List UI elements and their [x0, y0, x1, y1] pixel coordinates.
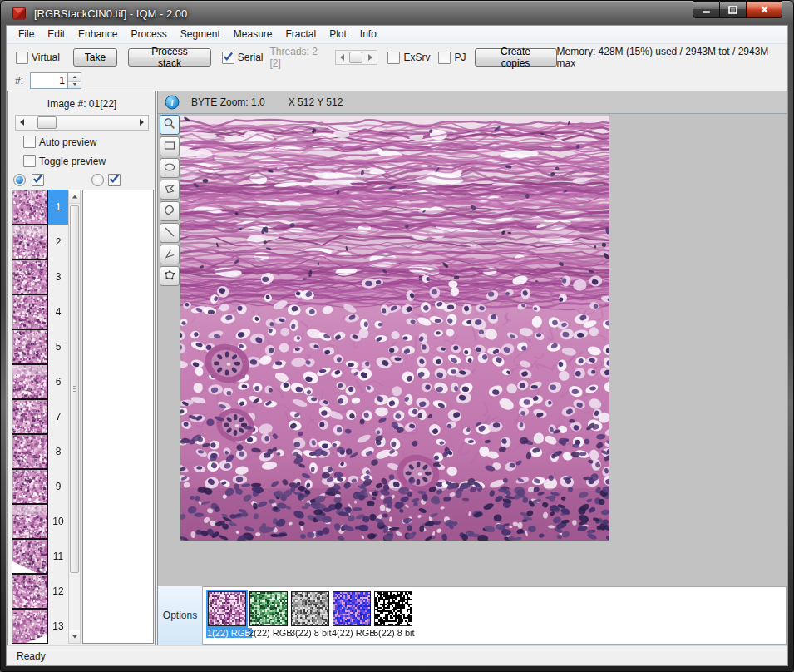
serial-checkbox[interactable] — [222, 52, 234, 64]
left-preview-checkbox[interactable] — [32, 174, 44, 186]
polygon-roi-tool-button[interactable] — [160, 180, 180, 200]
right-preview-radio[interactable] — [91, 174, 104, 186]
stack-thumbnail-11[interactable] — [12, 539, 48, 574]
stack-thumbnail-12[interactable] — [12, 574, 48, 609]
channel-thumbnail-1[interactable] — [208, 591, 246, 626]
channel-5[interactable]: 5(22) 8 bit — [372, 591, 414, 639]
channel-thumbnail-3[interactable] — [291, 591, 329, 626]
spin-down-button[interactable] — [68, 82, 81, 89]
toggle-preview-label: Toggle preview — [39, 156, 106, 167]
freehand-roi-tool-button[interactable] — [160, 201, 180, 221]
right-preview-checkbox[interactable] — [108, 174, 121, 186]
channel-thumbnail-2[interactable] — [249, 591, 288, 626]
threads-left-button[interactable] — [336, 52, 348, 63]
stack-thumbnail-9[interactable] — [12, 469, 48, 504]
stack-row-1[interactable]: 1 — [12, 190, 68, 225]
stack-thumbnail-4[interactable] — [12, 294, 48, 329]
stack-thumbnail-5[interactable] — [12, 329, 48, 364]
pj-checkbox[interactable] — [438, 52, 451, 64]
edit-polygon-roi-tool-button[interactable] — [160, 266, 180, 286]
virtual-checkbox[interactable] — [16, 52, 28, 64]
title-bar[interactable]: [RGBStackCIN0.tif] - IQM - 2.00 — [1, 1, 793, 26]
channel-label[interactable]: 5(22) 8 bit — [372, 628, 416, 638]
channel-label[interactable]: 2(22) RGB — [248, 628, 293, 638]
channel-3[interactable]: 3(22) 8 bit — [289, 591, 331, 639]
channel-label[interactable]: 1(22) RGB — [206, 628, 252, 638]
rectangle-roi-tool-button[interactable] — [160, 136, 180, 156]
channel-label[interactable]: 4(22) RGB — [331, 628, 377, 638]
channel-4[interactable]: 4(22) RGB — [331, 591, 372, 639]
create-copies-button[interactable]: Create copies — [475, 48, 557, 67]
options-button[interactable]: Options — [158, 586, 203, 645]
channel-thumbnail-4[interactable] — [333, 591, 371, 626]
menu-fractal[interactable]: Fractal — [279, 26, 323, 43]
menu-measure[interactable]: Measure — [227, 26, 279, 43]
stack-thumbnail-7[interactable] — [12, 399, 48, 434]
histology-image[interactable] — [180, 116, 609, 541]
menu-process[interactable]: Process — [124, 26, 173, 43]
angle-roi-tool-icon — [163, 247, 176, 263]
stack-scrollbar[interactable] — [68, 190, 81, 644]
angle-roi-tool-button[interactable] — [160, 245, 180, 264]
stack-row-12[interactable]: 12 — [12, 574, 68, 609]
oval-roi-tool-button[interactable] — [160, 158, 180, 178]
stack-row-11[interactable]: 11 — [12, 539, 68, 574]
line-roi-tool-button[interactable] — [160, 223, 180, 243]
image-number-slider[interactable] — [15, 115, 149, 131]
threads-scroll-thumb[interactable] — [349, 52, 362, 63]
stack-row-2[interactable]: 2 — [12, 225, 68, 259]
menu-enhance[interactable]: Enhance — [72, 26, 124, 43]
spin-up-button[interactable] — [68, 73, 81, 82]
stack-thumbnail-6[interactable] — [12, 364, 48, 399]
stack-thumbnail-1[interactable] — [12, 190, 48, 225]
take-button[interactable]: Take — [73, 48, 117, 67]
stack-row-6[interactable]: 6 — [12, 364, 68, 399]
slider-right-arrow-icon[interactable] — [140, 119, 144, 126]
zoom-tool-icon — [163, 117, 176, 133]
close-button[interactable] — [747, 1, 782, 18]
image-number-input[interactable] — [30, 72, 67, 89]
stack-row-number: 3 — [48, 259, 68, 294]
zoom-tool-button[interactable] — [160, 115, 180, 135]
threads-right-button[interactable] — [364, 52, 377, 63]
channel-thumbnail-5[interactable] — [374, 591, 412, 626]
menu-plot[interactable]: Plot — [323, 26, 353, 43]
stack-thumbnail-3[interactable] — [12, 259, 48, 294]
scroll-thumb[interactable] — [70, 205, 79, 573]
channel-1[interactable]: 1(22) RGB — [206, 591, 248, 639]
menu-info[interactable]: Info — [353, 26, 383, 43]
stack-row-8[interactable]: 8 — [12, 434, 68, 469]
toggle-preview-checkbox[interactable] — [23, 155, 36, 167]
slider-left-arrow-icon[interactable] — [20, 119, 24, 126]
stack-row-9[interactable]: 9 — [12, 469, 68, 504]
stack-row-5[interactable]: 5 — [12, 329, 68, 364]
stack-thumbnail-10[interactable] — [12, 504, 48, 539]
maximize-button[interactable] — [720, 1, 747, 18]
auto-preview-checkbox[interactable] — [23, 136, 36, 148]
image-canvas-area[interactable] — [180, 114, 784, 585]
stack-row-13[interactable]: 13 — [12, 609, 68, 644]
minimize-button[interactable] — [693, 1, 720, 18]
threads-scrollbar[interactable] — [335, 50, 378, 65]
scroll-up-button[interactable] — [69, 190, 80, 204]
slider-thumb[interactable] — [37, 116, 57, 129]
stack-row-4[interactable]: 4 — [12, 294, 68, 329]
stack-row-7[interactable]: 7 — [12, 399, 68, 434]
left-preview-radio[interactable] — [13, 174, 26, 186]
stack-row-10[interactable]: 10 — [12, 504, 68, 539]
process-stack-button[interactable]: Process stack — [128, 48, 211, 67]
scroll-down-button[interactable] — [69, 630, 80, 643]
stack-thumbnail-8[interactable] — [12, 434, 48, 469]
channel-label[interactable]: 3(22) 8 bit — [289, 628, 333, 638]
menu-file[interactable]: File — [12, 26, 41, 43]
stack-thumbnail-13[interactable] — [12, 609, 48, 644]
stack-thumbnail-2[interactable] — [12, 225, 48, 259]
exsrv-label: ExSrv — [403, 52, 430, 63]
menu-segment[interactable]: Segment — [174, 26, 227, 43]
exsrv-checkbox[interactable] — [387, 52, 400, 64]
counter-row: #: — [7, 71, 787, 91]
stack-row-3[interactable]: 3 — [12, 259, 68, 294]
menu-edit[interactable]: Edit — [41, 26, 72, 43]
channel-2[interactable]: 2(22) RGB — [248, 591, 289, 639]
close-icon — [760, 5, 769, 14]
